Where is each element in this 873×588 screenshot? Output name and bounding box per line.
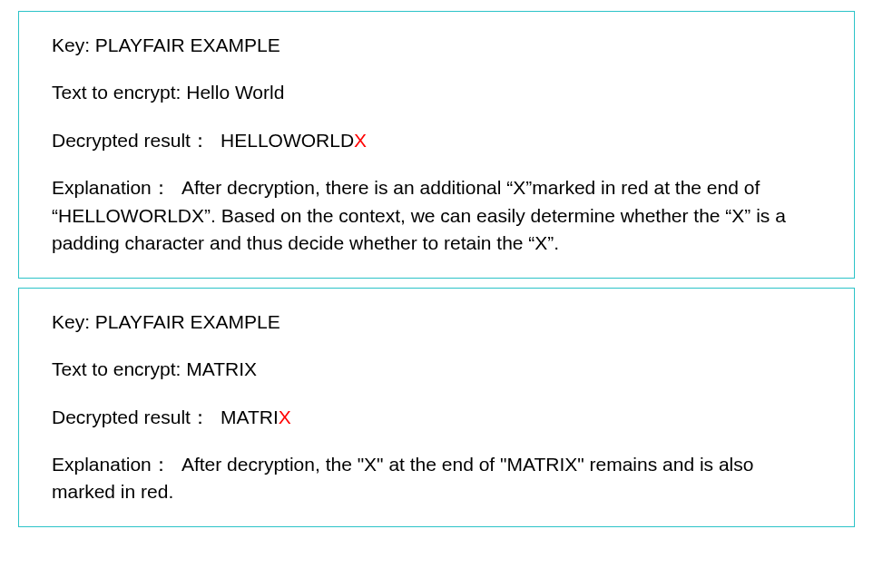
text-label: Text to encrypt: <box>52 358 186 379</box>
example-box-1: Key: PLAYFAIR EXAMPLE Text to encrypt: H… <box>18 11 855 279</box>
text-label: Text to encrypt: <box>52 82 186 103</box>
result-padding-x: X <box>354 130 367 151</box>
result-label: Decrypted result： <box>52 130 215 151</box>
text-value: Hello World <box>186 82 284 103</box>
example-box-2: Key: PLAYFAIR EXAMPLE Text to encrypt: M… <box>18 288 855 527</box>
result-value: HELLOWORLD <box>221 130 354 151</box>
key-value: PLAYFAIR EXAMPLE <box>95 311 280 332</box>
key-label: Key: <box>52 311 95 332</box>
explanation-label: Explanation： <box>52 454 176 475</box>
key-label: Key: <box>52 34 95 55</box>
text-value: MATRIX <box>186 358 257 379</box>
result-value: MATRI <box>221 407 279 427</box>
key-line: Key: PLAYFAIR EXAMPLE <box>52 309 821 336</box>
text-to-encrypt-line: Text to encrypt: MATRIX <box>52 356 821 383</box>
key-line: Key: PLAYFAIR EXAMPLE <box>52 32 821 59</box>
result-padding-x: X <box>279 407 291 427</box>
decrypted-result-line: Decrypted result： HELLOWORLDX <box>52 127 821 154</box>
explanation-label: Explanation： <box>52 177 176 198</box>
explanation-line: Explanation： After decryption, the "X" a… <box>52 451 821 506</box>
decrypted-result-line: Decrypted result： MATRIX <box>52 404 821 431</box>
text-to-encrypt-line: Text to encrypt: Hello World <box>52 79 821 106</box>
key-value: PLAYFAIR EXAMPLE <box>95 34 280 55</box>
result-label: Decrypted result： <box>52 407 215 427</box>
explanation-line: Explanation： After decryption, there is … <box>52 174 821 257</box>
